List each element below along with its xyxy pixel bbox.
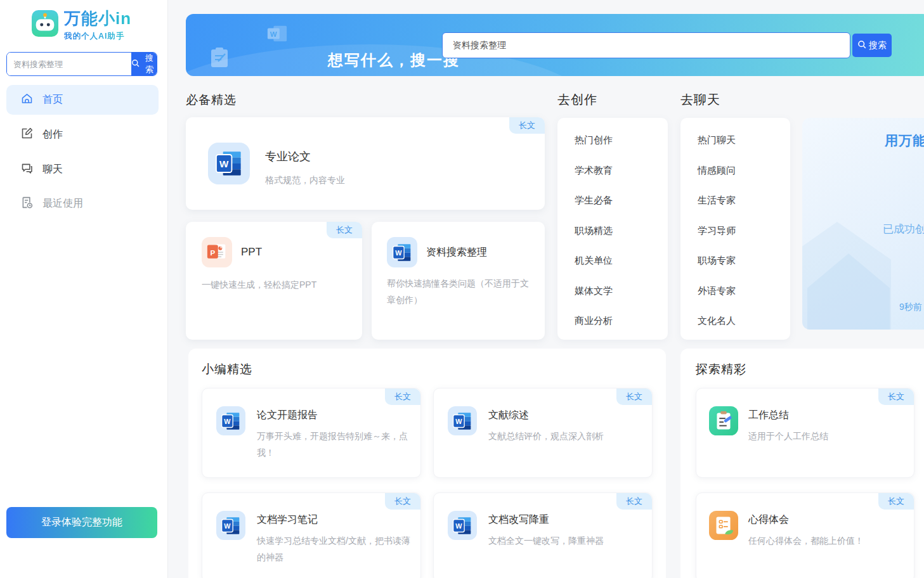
login-button[interactable]: 登录体验完整功能	[6, 507, 157, 538]
sidebar-item-home[interactable]: 首页	[6, 85, 159, 115]
long-text-badge: 长文	[616, 389, 652, 405]
card-ppt[interactable]: 长文 P PPT 一键快速生成，轻松搞定PPT	[186, 222, 362, 340]
editors-picks-panel: 小编精选 长文 W 论文开题报告 万事开头难，开题报告特别难～来，点我！ 长文 …	[188, 349, 666, 578]
card-title: 心得体会	[748, 513, 789, 527]
search-icon	[857, 40, 866, 51]
promo-panel[interactable]: 用万能小in 已成功创建 9秒前	[802, 118, 924, 330]
long-text-badge: 长文	[509, 117, 545, 134]
search-icon	[131, 59, 140, 69]
long-text-badge: 长文	[385, 389, 420, 405]
card-title: 文档学习笔记	[257, 513, 318, 527]
section-title-essentials: 必备精选	[186, 92, 237, 108]
card-desc: 适用于个人工作总结	[748, 428, 903, 444]
card-desc: 快速学习总结专业文档/文献，把书读薄的神器	[257, 532, 412, 565]
card-title: 专业论文	[265, 149, 311, 164]
svg-text:W: W	[455, 418, 462, 425]
chat-category[interactable]: 外语专家	[680, 276, 790, 307]
clipboard-pen-icon	[709, 406, 738, 435]
home-icon	[20, 92, 34, 108]
sidebar-search-button[interactable]: 搜索	[131, 53, 157, 75]
long-text-badge: 长文	[616, 493, 652, 510]
card-title: 论文开题报告	[257, 409, 318, 422]
sidebar-item-home-label: 首页	[42, 93, 63, 106]
banner-search-button[interactable]: 搜索	[852, 34, 892, 57]
create-category[interactable]: 媒体文学	[557, 276, 668, 307]
card-work-summary[interactable]: 长文 工作总结 适用于个人工作总结	[696, 388, 914, 478]
robot-logo-icon	[32, 10, 58, 39]
card-title: 资料搜索整理	[426, 246, 487, 259]
sidebar-item-create[interactable]: 创作	[6, 120, 159, 150]
long-text-badge: 长文	[878, 389, 914, 405]
create-category[interactable]: 热门创作	[557, 125, 668, 156]
chat-icon	[20, 162, 34, 177]
clipboard-watermark-icon	[209, 47, 230, 71]
app-logo[interactable]: 万能小in 我的个人AI助手	[32, 8, 131, 42]
sidebar-search-input[interactable]	[7, 53, 131, 75]
app-title: 万能小in	[64, 8, 131, 30]
sidebar-item-recent[interactable]: 最近使用	[6, 189, 159, 219]
banner-search-input[interactable]	[442, 32, 850, 58]
banner-title: 想写什么，搜一搜	[328, 50, 460, 70]
card-desc: 万事开头难，开题报告特别难～来，点我！	[257, 428, 412, 461]
create-category-panel: 热门创作 学术教育 学生必备 职场精选 机关单位 媒体文学 商业分析	[557, 118, 668, 340]
card-title: PPT	[241, 246, 262, 259]
sidebar-item-recent-label: 最近使用	[42, 197, 83, 210]
card-title: 文档改写降重	[488, 513, 549, 527]
long-text-badge: 长文	[878, 493, 914, 510]
word-doc-watermark-icon: W	[266, 24, 288, 47]
create-category[interactable]: 学生必备	[557, 186, 668, 216]
app-subtitle: 我的个人AI助手	[64, 31, 131, 42]
sidebar-search: 搜索	[6, 52, 157, 76]
svg-text:W: W	[219, 158, 229, 169]
long-text-badge: 长文	[385, 493, 420, 510]
card-desc: 任何心得体会，都能上价值！	[748, 532, 903, 549]
recent-doc-clock-icon	[20, 196, 34, 212]
chat-category[interactable]: 学习导师	[680, 216, 790, 247]
svg-text:W: W	[455, 522, 462, 530]
create-category[interactable]: 机关单位	[557, 246, 668, 276]
card-professional-paper[interactable]: 长文 W 专业论文 格式规范，内容专业	[186, 117, 545, 210]
card-desc: 帮你快速搞懂各类问题（不适用于文章创作）	[387, 275, 531, 308]
chat-category[interactable]: 职场专家	[680, 246, 790, 276]
chat-category[interactable]: 热门聊天	[680, 125, 790, 156]
sidebar-item-create-label: 创作	[42, 128, 63, 141]
section-title-explore: 探索精彩	[696, 361, 746, 378]
card-literature-review[interactable]: 长文 W 文献综述 文献总结评价，观点深入剖析	[433, 388, 653, 478]
sidebar-item-chat[interactable]: 聊天	[6, 155, 159, 184]
word-icon: W	[448, 406, 477, 435]
search-banner: W 想写什么，搜一搜 搜索	[186, 14, 924, 76]
card-desc: 一键快速生成，轻松搞定PPT	[202, 276, 348, 293]
explore-panel: 探索精彩 长文 工作总结 适用于个人工作总结 长文	[680, 349, 924, 578]
svg-text:W: W	[270, 30, 277, 38]
banner-search-button-label: 搜索	[869, 40, 887, 51]
card-title: 工作总结	[748, 409, 789, 422]
create-category[interactable]: 学术教育	[557, 156, 668, 186]
svg-text:W: W	[224, 418, 231, 425]
card-doc-rewrite[interactable]: 长文 W 文档改写降重 文档全文一键改写，降重神器	[433, 492, 653, 578]
chat-category[interactable]: 生活专家	[680, 186, 790, 216]
svg-text:W: W	[395, 249, 402, 257]
word-icon: W	[216, 406, 245, 435]
card-thesis-proposal[interactable]: 长文 W 论文开题报告 万事开头难，开题报告特别难～来，点我！	[202, 388, 421, 478]
svg-text:W: W	[224, 522, 231, 530]
card-desc: 格式规范，内容专业	[265, 172, 345, 188]
section-title-chat: 去聊天	[680, 91, 720, 108]
promo-status: 已成功创建	[883, 222, 924, 236]
word-icon: W	[208, 143, 250, 184]
card-doc-study-notes[interactable]: 长文 W 文档学习笔记 快速学习总结专业文档/文献，把书读薄的神器	[202, 492, 421, 578]
section-title-create: 去创作	[557, 91, 597, 108]
create-category[interactable]: 商业分析	[557, 306, 668, 337]
chat-category[interactable]: 文化名人	[680, 306, 790, 337]
card-search-organize[interactable]: W 资料搜索整理 帮你快速搞懂各类问题（不适用于文章创作）	[372, 222, 545, 340]
sidebar-search-button-label: 搜索	[142, 53, 157, 75]
create-category[interactable]: 职场精选	[557, 216, 668, 247]
chat-category[interactable]: 情感顾问	[680, 156, 790, 186]
long-text-badge: 长文	[327, 222, 362, 238]
word-icon: W	[216, 511, 245, 540]
card-desc: 文档全文一键改写，降重神器	[488, 532, 643, 549]
chat-category-panel: 热门聊天 情感顾问 生活专家 学习导师 职场专家 外语专家 文化名人	[680, 118, 790, 340]
scroll-leaf-icon	[709, 511, 738, 540]
sidebar-item-chat-label: 聊天	[42, 163, 63, 176]
promo-time: 9秒前	[899, 302, 922, 313]
card-reflections[interactable]: 长文 心得体会 任何心得体会，都能上价值！	[696, 492, 914, 578]
